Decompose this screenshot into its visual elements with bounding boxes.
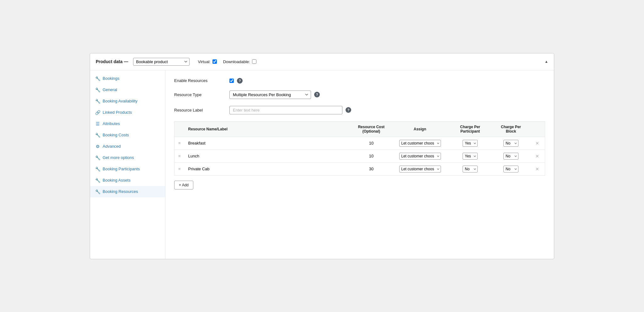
charge-block-select[interactable]: No Yes [503, 166, 518, 172]
charge-participant-cell: No Yes [448, 162, 492, 175]
collapse-icon[interactable]: ▲ [545, 59, 548, 64]
resource-type-help-icon[interactable]: ? [314, 92, 320, 97]
drag-handle[interactable]: ≡ [174, 150, 185, 162]
assign-select[interactable]: Let customer choos Assign [399, 140, 441, 147]
charge-block-select[interactable]: No Yes [503, 153, 518, 160]
panel-title: Product data — [96, 59, 128, 64]
link-icon: 🔗 [95, 110, 100, 115]
col-header-drag [174, 121, 185, 137]
sidebar-item-booking-costs[interactable]: 🔧 Booking Costs [90, 129, 165, 141]
col-header-delete [530, 121, 545, 137]
charge-block-cell: No Yes [492, 137, 530, 150]
resource-label-input[interactable] [229, 106, 342, 114]
sidebar-item-linked-products[interactable]: 🔗 Linked Products [90, 107, 165, 118]
col-header-charge-block: Charge PerBlock [492, 121, 530, 137]
resource-name-cell: Lunch [185, 150, 351, 162]
charge-block-select[interactable]: No Yes [503, 140, 518, 147]
header-options: Virtual: Downloadable: [198, 59, 256, 64]
product-data-panel: Product data — Bookable product Virtual:… [90, 53, 554, 259]
enable-resources-row: Enable Resources ? [174, 78, 545, 84]
resource-cost-cell: 30 [351, 162, 392, 175]
assign-select[interactable]: Let customer choos Assign [399, 166, 441, 172]
sidebar-item-booking-assets[interactable]: 🔧 Booking Assets [90, 175, 165, 186]
col-header-name: Resource Name/Label [185, 121, 351, 137]
wrench-icon: 🔧 [95, 99, 100, 104]
sidebar-item-booking-participants[interactable]: 🔧 Booking Participants [90, 163, 165, 175]
delete-cell: ✕ [530, 150, 545, 162]
panel-body: 🔧 Bookings 🔧 General 🔧 Booking Availabil… [90, 70, 554, 259]
charge-block-cell: No Yes [492, 150, 530, 162]
charge-participant-cell: Yes No [448, 150, 492, 162]
resource-type-select[interactable]: Multiple Resources Per Booking Customer'… [229, 90, 311, 99]
gear-icon: ⚙ [95, 144, 100, 149]
resources-table: Resource Name/Label Resource Cost(Option… [174, 121, 545, 176]
assign-select[interactable]: Let customer choos Assign [399, 153, 441, 160]
wrench-icon: 🔧 [95, 133, 100, 138]
downloadable-checkbox[interactable] [252, 59, 256, 64]
resource-type-row: Resource Type Multiple Resources Per Boo… [174, 90, 545, 99]
resource-cost-cell: 10 [351, 137, 392, 150]
resource-type-controls: Multiple Resources Per Booking Customer'… [229, 90, 320, 99]
enable-resources-label: Enable Resources [174, 78, 224, 83]
sidebar-item-get-more-options[interactable]: 🔧 Get more options [90, 152, 165, 163]
sidebar-item-general[interactable]: 🔧 General [90, 84, 165, 96]
charge-participant-cell: Yes No [448, 137, 492, 150]
assign-cell: Let customer choos Assign [392, 137, 448, 150]
table-header-row: Resource Name/Label Resource Cost(Option… [174, 121, 545, 137]
resource-type-label: Resource Type [174, 92, 224, 97]
virtual-checkbox[interactable] [212, 59, 217, 64]
list-icon: ☰ [95, 121, 100, 126]
resource-name-cell: Private Cab [185, 162, 351, 175]
sidebar-item-advanced[interactable]: ⚙ Advanced [90, 141, 165, 152]
charge-block-cell: No Yes [492, 162, 530, 175]
charge-participant-select[interactable]: Yes No [463, 140, 478, 147]
enable-resources-help-icon[interactable]: ? [237, 78, 243, 84]
wrench-icon: 🔧 [95, 167, 100, 172]
delete-row-button[interactable]: ✕ [534, 140, 541, 146]
wrench-icon: 🔧 [95, 178, 100, 183]
main-content: Enable Resources ? Resource Type Multipl… [165, 70, 554, 259]
sidebar-item-booking-availability[interactable]: 🔧 Booking Availability [90, 96, 165, 107]
charge-participant-select[interactable]: Yes No [463, 153, 478, 160]
delete-cell: ✕ [530, 162, 545, 175]
table-row: ≡ Lunch 10 Let customer choos Assign Yes [174, 150, 545, 162]
col-header-charge-participant: Charge PerParticipant [448, 121, 492, 137]
drag-handle[interactable]: ≡ [174, 162, 185, 175]
add-resource-button[interactable]: + Add [174, 181, 193, 189]
table-row: ≡ Breakfast 10 Let customer choos Assign… [174, 137, 545, 150]
assign-cell: Let customer choos Assign [392, 162, 448, 175]
sidebar-item-booking-resources[interactable]: 🔧 Booking Resources [90, 186, 165, 197]
wrench-icon: 🔧 [95, 76, 100, 81]
delete-cell: ✕ [530, 137, 545, 150]
resource-name-cell: Breakfast [185, 137, 351, 150]
drag-handle[interactable]: ≡ [174, 137, 185, 150]
enable-resources-controls: ? [229, 78, 243, 84]
downloadable-label[interactable]: Downloadable: [223, 59, 256, 64]
charge-participant-select[interactable]: No Yes [463, 166, 478, 172]
delete-row-button[interactable]: ✕ [534, 166, 541, 172]
enable-resources-checkbox[interactable] [229, 79, 234, 83]
col-header-assign: Assign [392, 121, 448, 137]
col-header-cost: Resource Cost(Optional) [351, 121, 392, 137]
wrench-icon: 🔧 [95, 189, 100, 194]
resource-label-help-icon[interactable]: ? [346, 107, 351, 113]
panel-header: Product data — Bookable product Virtual:… [90, 53, 554, 70]
product-type-select[interactable]: Bookable product [133, 58, 190, 66]
assign-cell: Let customer choos Assign [392, 150, 448, 162]
table-row: ≡ Private Cab 30 Let customer choos Assi… [174, 162, 545, 175]
sidebar-item-bookings[interactable]: 🔧 Bookings [90, 73, 165, 84]
wrench-icon: 🔧 [95, 155, 100, 160]
sidebar: 🔧 Bookings 🔧 General 🔧 Booking Availabil… [90, 70, 165, 259]
resource-label-row: Resource Label ? [174, 106, 545, 114]
virtual-label[interactable]: Virtual: [198, 59, 217, 64]
resource-cost-cell: 10 [351, 150, 392, 162]
delete-row-button[interactable]: ✕ [534, 153, 541, 159]
resource-label-label: Resource Label [174, 108, 224, 112]
resource-label-controls: ? [229, 106, 351, 114]
wrench-icon: 🔧 [95, 87, 100, 92]
sidebar-item-attributes[interactable]: ☰ Attributes [90, 118, 165, 129]
